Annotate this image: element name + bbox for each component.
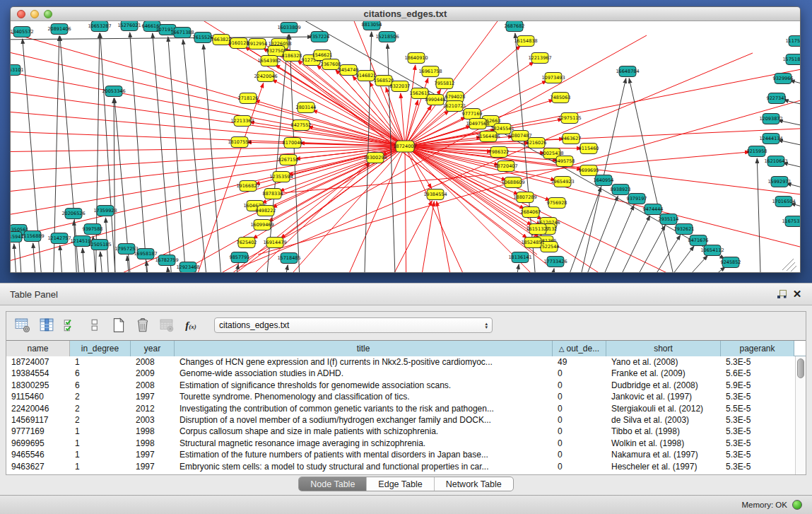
graph-node[interactable]: 13405572 [11,27,34,37]
graph-node[interactable]: 9379197 [627,194,647,204]
graph-node[interactable]: 1640954 [594,175,614,186]
table-row[interactable]: 1830029562008Estimation of significance … [6,380,795,391]
graph-node[interactable]: 11175103 [785,36,800,47]
graph-edge[interactable] [757,158,761,273]
graph-node[interactable]: 12093872 [759,114,782,124]
table-cell[interactable]: 18300295 [6,380,70,391]
column-header-name[interactable]: name [6,341,70,356]
graph-node[interactable]: 8186328 [282,51,302,62]
graph-node[interactable]: 12923468 [176,262,199,273]
graph-node[interactable]: 18807289 [513,192,536,203]
graph-node[interactable]: 8938923 [611,185,631,195]
table-cell[interactable]: 1997 [131,391,175,402]
graph-node[interactable]: 16543982 [257,56,281,66]
table-cell[interactable]: 5.9E-5 [721,380,794,391]
graph-node[interactable]: 9699695 [579,165,599,176]
graph-node[interactable]: 12975115 [558,113,581,124]
column-visibility-icon[interactable] [36,316,57,334]
graph-node[interactable]: 9498222 [256,206,276,216]
graph-edge[interactable] [255,100,405,146]
table-cell[interactable]: Nakamura et al. (1997) [606,449,721,460]
graph-node[interactable]: 16210643 [764,156,787,167]
graph-node[interactable]: 9245852 [721,257,741,268]
graph-node[interactable]: 10653287 [88,21,111,32]
select-rows-icon[interactable] [60,316,81,334]
graph-edge[interactable] [100,252,104,273]
table-cell[interactable]: 6 [70,368,131,379]
graph-node[interactable]: 10497568 [466,119,489,129]
graph-edge[interactable] [282,265,288,273]
table-cell[interactable]: 0 [553,380,606,391]
graph-node[interactable]: 8170046 [283,138,303,148]
graph-edge[interactable] [626,226,665,273]
graph-node[interactable]: 15276021 [117,21,141,31]
table-settings-icon[interactable] [12,316,33,334]
tab-node-table[interactable]: Node Table [299,477,367,491]
table-cell[interactable]: 2009 [131,368,175,379]
graph-node[interactable]: 16961758 [418,66,442,77]
graph-edge[interactable] [167,267,171,273]
table-cell[interactable]: de Silva et al. (2003) [606,414,721,426]
table-cell[interactable]: 2 [70,414,131,426]
column-header-pagerank[interactable]: pagerank [721,341,794,356]
table-cell[interactable]: Genome-wide association studies in ADHD. [175,368,553,379]
graph-node[interactable]: 9463627 [561,134,582,144]
graph-node[interactable]: 18136141 [508,252,531,263]
graph-node[interactable]: 18524851 [521,238,544,248]
float-panel-icon[interactable] [774,288,789,300]
table-row[interactable]: 2242004622012Investigating the contribut… [6,403,795,414]
table-cell[interactable]: 9115460 [6,391,70,402]
table-cell[interactable]: 1 [70,426,131,437]
graph-edge[interactable] [405,146,800,255]
graph-node[interactable]: 16151327 [526,224,549,235]
table-cell[interactable]: 49 [553,356,606,368]
table-row[interactable]: 946362711997Embryonic stem cells: a mode… [6,461,795,472]
graph-node[interactable]: 9756928 [547,198,567,209]
graph-edge[interactable] [417,201,434,273]
table-row[interactable]: 1872400712008Changes of HCN gene express… [6,356,795,368]
graph-node[interactable]: 8322037 [390,81,411,92]
graph-node[interactable]: 12505185 [88,240,111,250]
table-cell[interactable]: 1998 [131,438,175,449]
table-cell[interactable]: 22420046 [6,403,70,414]
table-cell[interactable]: 0 [553,391,606,402]
graph-node[interactable]: 22420046 [254,71,277,82]
graph-node[interactable]: 20053346 [102,86,125,97]
graph-node[interactable]: 7357224 [310,32,330,42]
graph-node[interactable]: 15218506 [375,32,399,42]
graph-node[interactable]: 8813054 [362,21,382,30]
graph-node[interactable]: 10973493 [541,73,565,83]
close-panel-icon[interactable]: ✕ [789,288,805,300]
graph-node[interactable]: 9227341 [767,93,787,104]
graph-node[interactable]: 17733426 [543,257,567,267]
network-window-titlebar[interactable]: citations_edges.txt [11,7,800,21]
graph-node[interactable]: 9329966 [773,74,794,84]
graph-node[interactable]: 16210721 [442,101,466,112]
table-cell[interactable]: 1 [70,461,131,472]
graph-node[interactable]: 9397588 [83,224,103,235]
table-cell[interactable]: Wolkin et al. (1998) [606,438,721,449]
table-row[interactable]: 1456911722003Disruption of a novel membe… [6,414,795,426]
column-header-year[interactable]: year [131,341,175,356]
graph-node[interactable]: 21564486 [476,132,500,142]
graph-node[interactable]: 16154838 [514,36,537,47]
table-row[interactable]: 969969511998Structural magnetic resonanc… [6,438,795,449]
table-cell[interactable]: 5.3E-5 [721,414,794,426]
graph-node[interactable]: 15718485 [277,253,300,264]
graph-edge[interactable] [183,40,208,273]
table-cell[interactable]: Jankovic et al. (1997) [606,391,721,402]
graph-node[interactable]: 18300295 [363,153,387,163]
column-header-title[interactable]: title [175,341,553,356]
graph-node-hub[interactable]: 18724007 [393,141,416,152]
column-header-in_degree[interactable]: in_degree [70,341,131,356]
table-cell[interactable]: 0 [553,426,606,437]
graph-node[interactable]: 19384554 [423,189,447,200]
table-cell[interactable]: 9463627 [6,461,70,472]
graph-node[interactable]: 16671388 [170,28,194,38]
table-cell[interactable]: 1997 [131,461,175,472]
table-cell[interactable]: Hescheler et al. (1997) [606,461,721,472]
graph-node[interactable]: 7986322 [489,147,510,158]
graph-node[interactable]: 9857791 [230,252,250,263]
graph-node[interactable]: 8215958 [747,146,767,157]
table-cell[interactable]: Estimation of significance thresholds fo… [175,380,553,391]
